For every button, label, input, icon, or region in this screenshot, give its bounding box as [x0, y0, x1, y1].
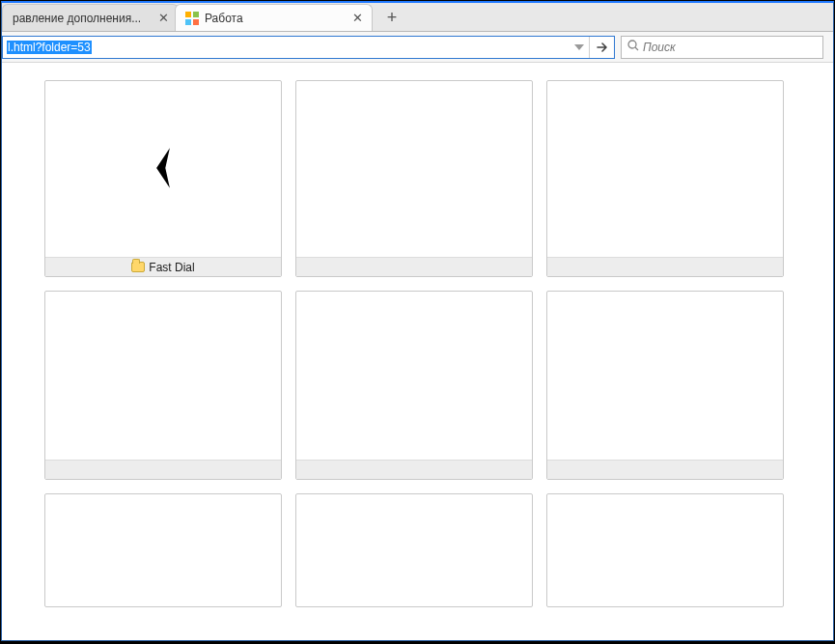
dial-preview	[296, 292, 532, 460]
dial-tile-empty[interactable]	[295, 291, 533, 480]
folder-icon	[131, 262, 145, 272]
close-icon[interactable]: ✕	[350, 12, 364, 25]
dial-preview	[296, 81, 532, 257]
dial-label-bar: Fast Dial	[45, 257, 281, 276]
dial-tile-empty[interactable]	[44, 493, 282, 607]
address-bar-text[interactable]: l.html?folder=53	[3, 37, 570, 58]
tab-work[interactable]: Работа ✕	[175, 4, 373, 31]
dial-preview	[45, 292, 281, 460]
dial-label-bar	[296, 460, 532, 479]
dial-label-bar	[296, 257, 532, 276]
dial-tile-fastdial[interactable]: Fast Dial	[44, 80, 282, 277]
speed-dial-page: Fast Dial	[2, 63, 833, 640]
new-tab-button[interactable]: +	[378, 6, 405, 29]
dial-tile-empty[interactable]	[295, 80, 533, 277]
browser-window: равление дополнения... ✕ Работа ✕ + l.ht…	[1, 1, 834, 641]
dial-preview	[547, 81, 783, 257]
dropdown-icon[interactable]	[570, 37, 589, 58]
back-icon	[147, 146, 180, 193]
dial-preview	[547, 494, 783, 606]
dial-label-bar	[45, 460, 281, 479]
dial-label: Fast Dial	[149, 261, 194, 274]
address-bar[interactable]: l.html?folder=53	[2, 36, 615, 59]
dial-tile-empty[interactable]	[44, 291, 282, 480]
dial-preview	[45, 81, 281, 257]
dial-preview	[547, 292, 783, 460]
tab-addons[interactable]: равление дополнения... ✕	[2, 4, 179, 31]
search-box[interactable]	[621, 36, 823, 59]
svg-line-1	[635, 47, 638, 50]
go-button[interactable]	[589, 37, 614, 58]
tab-title: равление дополнения...	[13, 12, 156, 25]
dial-preview	[296, 494, 532, 606]
dial-tile-empty[interactable]	[295, 493, 533, 607]
dial-grid: Fast Dial	[2, 63, 833, 625]
dial-tile-empty[interactable]	[546, 493, 784, 607]
tab-strip: равление дополнения... ✕ Работа ✕ +	[2, 3, 833, 32]
dial-label-bar	[547, 460, 783, 479]
tab-title: Работа	[205, 12, 350, 25]
fastdial-icon	[185, 12, 199, 25]
search-input[interactable]	[643, 41, 817, 54]
dial-tile-empty[interactable]	[546, 291, 784, 480]
dial-label-bar	[547, 257, 783, 276]
svg-point-0	[628, 41, 636, 48]
dial-preview	[45, 494, 281, 606]
dial-tile-empty[interactable]	[546, 80, 784, 277]
search-icon	[627, 40, 639, 54]
close-icon[interactable]: ✕	[156, 12, 170, 25]
nav-toolbar: l.html?folder=53	[2, 32, 833, 63]
